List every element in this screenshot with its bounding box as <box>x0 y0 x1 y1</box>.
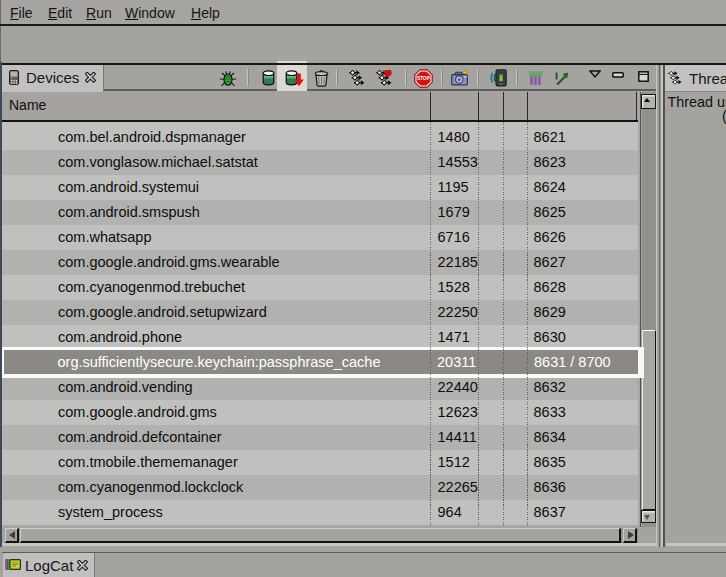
svg-text:STOP: STOP <box>417 76 429 81</box>
